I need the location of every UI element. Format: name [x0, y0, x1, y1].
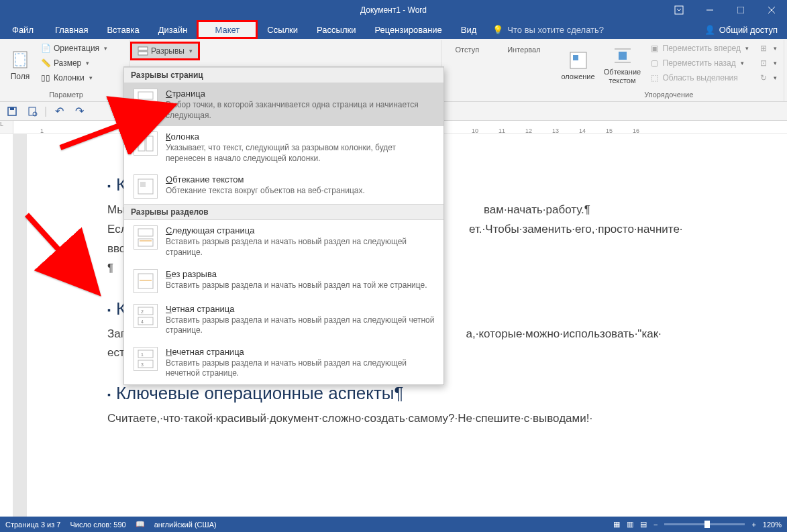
- continuous-break-desc: Вставить разрыв раздела и начать новый р…: [166, 280, 437, 291]
- zoom-out-button[interactable]: −: [653, 521, 658, 529]
- print-layout-icon[interactable]: ▥: [627, 520, 633, 529]
- svg-rect-16: [29, 107, 36, 115]
- columns-label: Колонки: [54, 73, 85, 83]
- tab-home[interactable]: Главная: [46, 20, 97, 39]
- nextpage-break-desc: Вставить разрыв раздела и начать новый р…: [166, 237, 437, 258]
- position-button[interactable]: оложение: [557, 40, 600, 89]
- svg-text:4: 4: [141, 319, 144, 324]
- orientation-icon: 📄: [40, 43, 51, 54]
- rotate-icon: ↻: [758, 72, 769, 83]
- oddpage-break-icon: 13: [134, 347, 158, 371]
- svg-rect-7: [138, 47, 148, 50]
- oddpage-break-title: Нечетная страница: [166, 347, 437, 357]
- svg-rect-11: [619, 52, 627, 60]
- evenpage-break-title: Четная страница: [166, 304, 437, 314]
- send-backward-button[interactable]: ▢ Переместить назад: [645, 56, 753, 70]
- columns-button[interactable]: ▯▯ Колонки: [36, 71, 111, 85]
- breaks-button[interactable]: Разрывы: [130, 42, 200, 60]
- bring-forward-icon: ▣: [649, 43, 660, 54]
- page-break-desc: Выбор точки, в которой заканчивается одн…: [166, 100, 437, 121]
- svg-rect-2: [737, 7, 744, 13]
- selection-pane-button[interactable]: ⬚ Область выделения: [645, 71, 753, 85]
- textwrap-break-item[interactable]: Обтекание текстом Обтекание текста вокру…: [124, 169, 443, 204]
- svg-text:1: 1: [141, 352, 144, 357]
- paragraph-7: Считаете,·что·такой·красивый·документ·сл…: [107, 409, 753, 429]
- indent-label: Отступ: [452, 43, 484, 101]
- tell-me-label: Что вы хотите сделать?: [507, 25, 604, 35]
- nextpage-break-item[interactable]: Следующая страница Вставить разрыв разде…: [124, 220, 443, 263]
- selection-pane-icon: ⬚: [649, 72, 660, 83]
- evenpage-break-desc: Вставить разрыв раздела и начать новый р…: [166, 315, 437, 336]
- breaks-icon: [138, 46, 148, 56]
- spellcheck-icon[interactable]: 📖: [136, 520, 145, 529]
- web-layout-icon[interactable]: ▤: [640, 520, 647, 529]
- tab-file[interactable]: Файл: [0, 20, 46, 39]
- zoom-slider[interactable]: [664, 523, 745, 525]
- tab-design[interactable]: Дизайн: [149, 20, 197, 39]
- svg-rect-24: [138, 229, 153, 236]
- ribbon-options-icon[interactable]: [664, 0, 694, 20]
- page-breaks-header: Разрывы страниц: [124, 67, 443, 83]
- section-breaks-header: Разрывы разделов: [124, 204, 443, 220]
- orientation-button[interactable]: 📄 Ориентация: [36, 42, 111, 55]
- size-icon: 📏: [40, 58, 51, 68]
- arrange-group-label: Упорядочение: [557, 89, 781, 101]
- vertical-ruler[interactable]: [0, 134, 13, 518]
- wrap-label: Обтекание текстом: [604, 68, 641, 84]
- tell-me-search[interactable]: 💡 Что вы хотите сделать?: [492, 20, 604, 39]
- share-label: Общий доступ: [719, 25, 778, 35]
- send-backward-label: Переместить назад: [663, 58, 736, 68]
- align-button[interactable]: ⊞: [754, 42, 781, 55]
- position-label: оложение: [561, 72, 594, 81]
- svg-text:2: 2: [141, 309, 144, 314]
- tab-references[interactable]: Ссылки: [258, 20, 307, 39]
- title-bar: Документ1 - Word: [0, 0, 787, 20]
- svg-rect-10: [573, 55, 578, 60]
- oddpage-break-item[interactable]: 13 Нечетная страница Вставить разрыв раз…: [124, 341, 443, 384]
- margins-icon: [9, 49, 31, 70]
- language-status[interactable]: английский (США): [154, 521, 217, 529]
- svg-rect-23: [140, 182, 146, 187]
- page-status[interactable]: Страница 3 из 7: [5, 521, 60, 529]
- nextpage-break-title: Следующая страница: [166, 225, 437, 235]
- bring-forward-button[interactable]: ▣ Переместить вперед: [645, 42, 753, 55]
- rotate-button[interactable]: ↻: [754, 71, 781, 85]
- margins-button[interactable]: Поля: [5, 40, 35, 89]
- svg-rect-0: [675, 6, 683, 14]
- window-title: Документ1 - Word: [360, 5, 427, 15]
- print-preview-button[interactable]: [24, 103, 40, 119]
- page-break-title: Страница: [166, 89, 437, 99]
- share-button[interactable]: 👤 Общий доступ: [695, 20, 787, 39]
- tab-review[interactable]: Рецензирование: [365, 20, 451, 39]
- bring-forward-label: Переместить вперед: [663, 44, 741, 53]
- size-button[interactable]: 📏 Размер: [36, 56, 111, 70]
- nextpage-break-icon: [134, 225, 158, 250]
- tab-insert[interactable]: Вставка: [97, 20, 148, 39]
- wrap-text-button[interactable]: Обтекание текстом: [601, 40, 644, 89]
- textwrap-break-desc: Обтекание текста вокруг объектов на веб-…: [166, 186, 437, 197]
- continuous-break-item[interactable]: Без разрыва Вставить разрыв раздела и на…: [124, 264, 443, 299]
- tab-mailings[interactable]: Рассылки: [307, 20, 365, 39]
- save-button[interactable]: [4, 103, 20, 119]
- close-button[interactable]: [756, 0, 787, 20]
- columns-icon: ▯▯: [40, 72, 51, 83]
- tab-layout[interactable]: Макет: [197, 20, 258, 39]
- word-count[interactable]: Число слов: 590: [70, 521, 125, 529]
- svg-rect-8: [138, 52, 148, 55]
- read-mode-icon[interactable]: ▦: [613, 520, 620, 529]
- selection-pane-label: Область выделения: [663, 73, 738, 83]
- evenpage-break-item[interactable]: 24 Четная страница Вставить разрыв разде…: [124, 299, 443, 341]
- group-button[interactable]: ⊡: [754, 56, 781, 70]
- minimize-button[interactable]: [694, 0, 725, 20]
- maximize-button[interactable]: [725, 0, 756, 20]
- spacing-label: Интервал: [503, 43, 544, 101]
- position-icon: [568, 50, 589, 71]
- svg-text:3: 3: [141, 362, 144, 367]
- textwrap-break-title: Обтекание текстом: [166, 174, 437, 184]
- tab-view[interactable]: Вид: [452, 20, 486, 39]
- continuous-break-title: Без разрыва: [166, 269, 437, 279]
- svg-line-38: [27, 215, 94, 288]
- heading-3: Ключевые операционные аспекты¶: [107, 383, 753, 404]
- zoom-level[interactable]: 120%: [763, 521, 782, 529]
- zoom-in-button[interactable]: +: [751, 521, 755, 529]
